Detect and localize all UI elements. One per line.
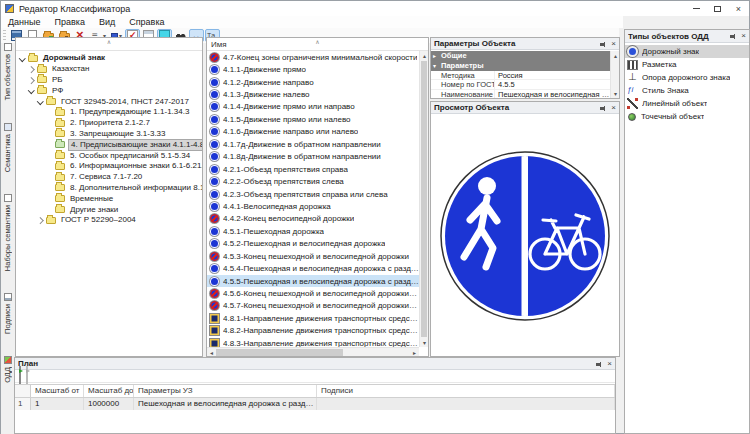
delete-row-button[interactable] (26, 367, 28, 385)
tree-item[interactable]: РФ (16, 85, 202, 96)
tree-item[interactable]: ГОСТ 32945-2014, ПНСТ 247-2017 (16, 96, 202, 107)
list-item[interactable]: 4.8.1-Направление движения транспортных … (207, 312, 419, 324)
scroll-up-icon[interactable]: ▴ (420, 51, 429, 60)
tree-item[interactable]: 2. Приоритета 2.1-2.7 (16, 118, 202, 129)
scrollbar-thumb[interactable] (421, 61, 427, 337)
plan-column-header[interactable]: Масштаб до (84, 385, 134, 397)
list-column-header[interactable]: Имя ∧ (207, 38, 428, 51)
collapse-icon[interactable]: ▾ (433, 62, 441, 70)
object-type-item[interactable]: Разметка (625, 58, 749, 71)
expand-icon[interactable]: ▸ (433, 52, 441, 60)
tree-item[interactable]: 1. Предупреждающие 1.1-1.34.3 (16, 107, 202, 118)
list-item[interactable]: 4.5.5-Пешеходная и велосипедная дорожка … (207, 275, 419, 287)
tree-item[interactable]: 5. Особых предписаний 5.1-5.34 (16, 150, 202, 161)
list-item[interactable]: 4.4.1-Велосипедная дорожка (207, 200, 419, 212)
object-type-item[interactable]: Опора дорожного знака (625, 71, 749, 84)
param-row[interactable]: Номер по ГОСТ4.5.5 (431, 80, 610, 90)
list-item[interactable]: 4.2.3-Объезд препятствия справа или слев… (207, 188, 419, 200)
scroll-up-icon[interactable]: ▴ (611, 51, 620, 60)
plan-cell[interactable]: Пешеходная и велосипедная дорожка с разд… (134, 398, 317, 410)
pin-icon[interactable] (595, 360, 603, 368)
tree-column-header[interactable]: ∧ (16, 38, 202, 51)
list-item[interactable]: 4.5.3-Конец пешеходной и велосипедной до… (207, 250, 419, 262)
tree-item[interactable]: 3. Запрещающие 3.1-3.33 (16, 129, 202, 140)
menu-item-3[interactable]: Вид (92, 16, 122, 28)
minimize-button[interactable] (686, 1, 707, 16)
list-item[interactable]: 4.5.1-Пешеходная дорожка (207, 225, 419, 237)
close-button[interactable]: × (728, 1, 749, 16)
panel-close-button[interactable]: × (607, 360, 612, 368)
side-tab-4[interactable]: Подписи (3, 293, 12, 334)
insert-row-button[interactable] (19, 367, 21, 385)
panel-close-button[interactable]: × (611, 104, 616, 112)
expander-right-icon[interactable] (36, 216, 45, 225)
tree-item[interactable]: РБ (16, 75, 202, 86)
tree-item[interactable]: 6. Информационные знаки 6.1-6.21.2 (16, 161, 202, 172)
tree-item[interactable]: 7. Сервиса 7.1-7.20 (16, 172, 202, 183)
param-value[interactable]: Россия (495, 71, 610, 80)
list-item[interactable]: 4.5.7-Конец пешеходной и велосипедной до… (207, 300, 419, 312)
scroll-right-icon[interactable]: ▸ (410, 348, 419, 357)
list-item[interactable]: 4.1.7д-Движение в обратном направлении (207, 138, 419, 150)
param-group-2[interactable]: ▾Параметры (431, 61, 610, 71)
side-tab-2[interactable]: Семантика (3, 123, 12, 172)
plan-column-header[interactable]: Параметры УЗ (134, 385, 317, 397)
side-tab-3[interactable]: Наборы семантики (3, 194, 12, 271)
plan-column-header[interactable]: Масштаб от (31, 385, 84, 397)
param-group-1[interactable]: ▸Общие (431, 51, 610, 61)
tree-item[interactable]: Казахстан (16, 64, 202, 75)
object-type-item[interactable]: Дорожный знак (625, 45, 749, 58)
object-type-item[interactable]: Точечный объект (625, 110, 749, 123)
tree-item[interactable]: 8. Дополнительной информации 8.1.1-8.24 (16, 183, 202, 194)
side-tab-5[interactable]: ОДД (3, 356, 12, 383)
list-item[interactable]: 4.5.2-Пешеходная и велосипедная дорожка (207, 238, 419, 250)
list-vertical-scrollbar[interactable]: ▴ ▾ (419, 51, 428, 347)
menu-item-4[interactable]: Справка (122, 16, 171, 28)
plan-column-header[interactable]: Подписи (317, 385, 615, 397)
expander-down-icon[interactable] (36, 97, 45, 106)
list-item[interactable]: 4.1.6-Движение направо или налево (207, 126, 419, 138)
param-row[interactable]: МетодикаРоссия (431, 71, 610, 81)
plan-cell[interactable] (317, 398, 615, 410)
param-value[interactable]: Пешеходная и велосипедная дорожка с разд… (495, 90, 610, 98)
pin-icon[interactable] (599, 104, 607, 112)
list-item[interactable]: 4.2.1-Объезд препятствия справа (207, 163, 419, 175)
scroll-down-icon[interactable]: ▾ (611, 89, 620, 98)
tree-item[interactable]: 4. Предписывающие знаки 4.1.1-4.8.3 (16, 139, 202, 150)
tree-item[interactable]: Дорожный знак (16, 53, 202, 64)
expander-down-icon[interactable] (27, 86, 36, 95)
scroll-down-icon[interactable]: ▾ (420, 338, 429, 347)
menu-item-1[interactable]: Данные (1, 16, 48, 28)
expander-right-icon[interactable] (27, 65, 36, 74)
maximize-button[interactable] (707, 1, 728, 16)
list-item[interactable]: 4.1.8д-Движение в обратном направлении (207, 151, 419, 163)
pin-icon[interactable] (729, 32, 737, 40)
list-item[interactable]: 4.7-Конец зоны ограничения минимальной с… (207, 51, 419, 63)
list-item[interactable]: 4.1.2-Движение направо (207, 76, 419, 88)
list-item[interactable]: 4.4.2-Конец велосипедной дорожки (207, 213, 419, 225)
side-tab-1[interactable]: Тип объектов (3, 43, 12, 101)
list-item[interactable]: 4.5.4-Пешеходная и велосипедная дорожка … (207, 262, 419, 274)
plan-table-row[interactable]: 111000000Пешеходная и велосипедная дорож… (15, 398, 615, 410)
menu-item-2[interactable]: Правка (48, 16, 92, 28)
params-scrollbar[interactable]: ▴ ▾ (610, 51, 619, 98)
list-item[interactable]: 4.8.3-Направление движения транспортных … (207, 337, 419, 347)
tree-item[interactable]: Другие знаки (16, 204, 202, 215)
list-item[interactable]: 4.1.3-Движение налево (207, 88, 419, 100)
tree-item[interactable]: ГОСТ Р 52290–2004 (16, 215, 202, 226)
list-item[interactable]: 4.5.6-Конец пешеходной и велосипедной до… (207, 287, 419, 299)
list-horizontal-scrollbar[interactable]: ◂ ▸ (207, 347, 419, 356)
scroll-left-icon[interactable]: ◂ (207, 348, 216, 357)
list-item[interactable]: 4.8.2-Направление движения транспортных … (207, 325, 419, 337)
list-item[interactable]: 4.1.5-Движение прямо или налево (207, 113, 419, 125)
panel-close-button[interactable]: × (611, 40, 616, 48)
expander-down-icon[interactable] (18, 54, 27, 63)
pin-icon[interactable] (599, 40, 607, 48)
scrollbar-thumb[interactable] (216, 349, 343, 356)
tree-item[interactable]: Временные (16, 193, 202, 204)
panel-close-button[interactable]: × (741, 32, 746, 40)
param-row[interactable]: НаименованиеПешеходная и велосипедная до… (431, 90, 610, 98)
object-type-item[interactable]: Линейный объект (625, 97, 749, 110)
list-item[interactable]: 4.1.1-Движение прямо (207, 63, 419, 75)
list-item[interactable]: 4.2.2-Объезд препятствия слева (207, 175, 419, 187)
